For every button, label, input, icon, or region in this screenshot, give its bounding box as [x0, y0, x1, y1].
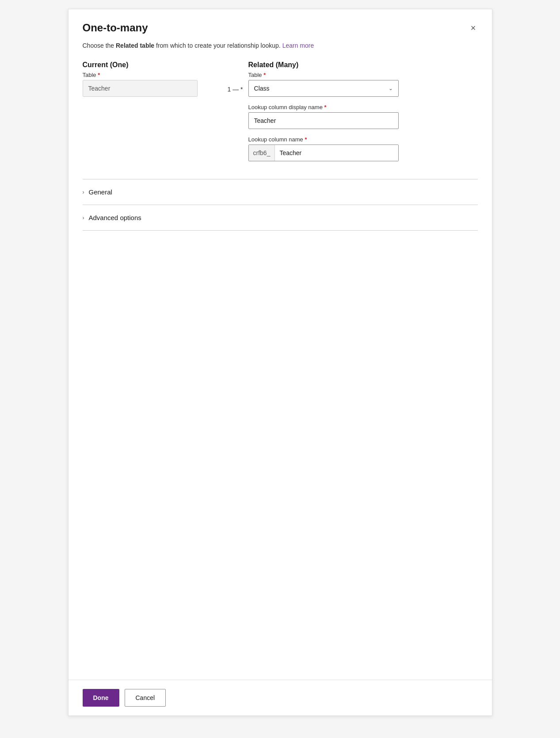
advanced-section-label: Advanced options	[89, 214, 141, 221]
cancel-button[interactable]: Cancel	[125, 689, 166, 707]
form-section: Current (One) Table * Teacher 1 — * Rela…	[69, 50, 492, 168]
related-table-value: Class	[254, 85, 270, 92]
general-section-header[interactable]: › General	[83, 179, 478, 205]
current-table-label: Table *	[83, 72, 224, 78]
relation-connector: 1 — *	[224, 61, 248, 93]
one-to-many-dialog: One-to-many × Choose the Related table f…	[68, 9, 492, 716]
done-button[interactable]: Done	[83, 689, 119, 707]
close-icon: ×	[471, 23, 476, 33]
current-one-section: Current (One) Table * Teacher	[83, 61, 224, 104]
lookup-display-required: *	[324, 104, 327, 110]
chevron-down-icon: ⌄	[389, 85, 393, 91]
advanced-section: › Advanced options	[69, 205, 492, 230]
related-many-section: Related (Many) Table * Class ⌄ Lookup co…	[248, 61, 478, 168]
current-table-input: Teacher	[83, 80, 198, 97]
lookup-name-required: *	[305, 136, 307, 143]
lookup-name-input[interactable]	[275, 145, 398, 161]
lookup-name-prefix: crfb6_	[249, 145, 275, 161]
lookup-name-field: Lookup column name * crfb6_	[248, 136, 478, 161]
general-section-label: General	[89, 188, 112, 196]
related-table-label: Table *	[248, 72, 478, 78]
description-bold: Related table	[116, 42, 154, 49]
lookup-display-field: Lookup column display name *	[248, 104, 478, 129]
lookup-display-input[interactable]	[248, 112, 399, 129]
current-one-label: Current (One)	[83, 61, 224, 69]
learn-more-link[interactable]: Learn more	[282, 42, 314, 49]
dialog-header: One-to-many ×	[69, 9, 492, 34]
expand-icon-advanced: ›	[83, 215, 84, 221]
related-table-dropdown[interactable]: Class ⌄	[248, 80, 399, 97]
lookup-name-compound-field: crfb6_	[248, 145, 399, 161]
close-button[interactable]: ×	[469, 22, 478, 34]
lookup-display-label: Lookup column display name *	[248, 104, 478, 110]
related-table-required: *	[263, 72, 266, 78]
advanced-section-header[interactable]: › Advanced options	[83, 205, 478, 230]
current-table-required: *	[98, 72, 100, 78]
dialog-footer: Done Cancel	[69, 680, 492, 715]
related-table-field: Table * Class ⌄	[248, 72, 478, 97]
description-pre: Choose the	[83, 42, 116, 49]
current-table-field: Table * Teacher	[83, 72, 224, 97]
description-post: from which to create your relationship l…	[154, 42, 281, 49]
dialog-description: Choose the Related table from which to c…	[69, 34, 492, 50]
expand-icon: ›	[83, 189, 84, 195]
dialog-title: One-to-many	[83, 22, 148, 34]
related-many-label: Related (Many)	[248, 61, 478, 69]
lookup-name-label: Lookup column name *	[248, 136, 478, 143]
general-section: › General	[69, 179, 492, 205]
